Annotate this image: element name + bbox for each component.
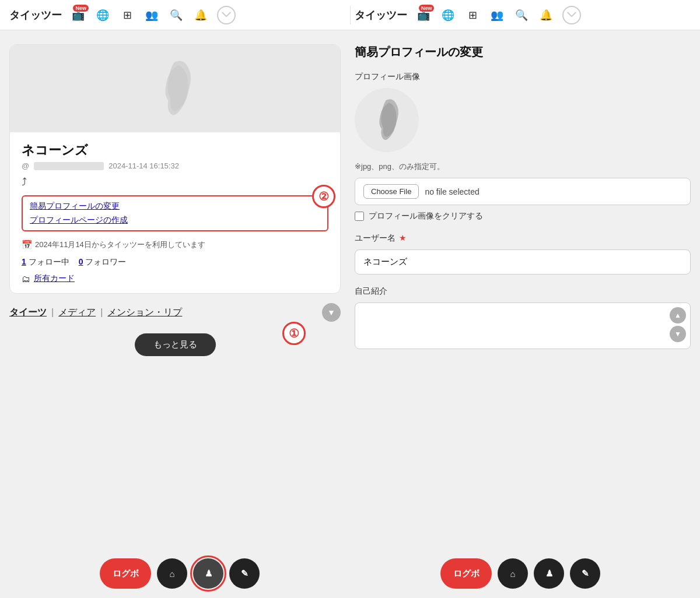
share-icon[interactable]: ⤴ <box>22 176 328 188</box>
left-panel: ネコーンズ @ 2024-11-14 16:15:32 ⤴ 簡易プロフィールの変… <box>9 44 350 540</box>
search-icon-right[interactable]: 🔍 <box>513 7 530 23</box>
more-btn-section: もっと見る ① <box>9 333 341 356</box>
required-marker: ★ <box>399 233 407 242</box>
tab-bar-wrap: タイーツ | メディア | メンション・リプ ▼ <box>9 301 341 324</box>
profile-card: ネコーンズ @ 2024-11-14 16:15:32 ⤴ 簡易プロフィールの変… <box>9 44 341 294</box>
profile-date: 2024-11-14 16:15:32 <box>108 161 179 170</box>
right-panel: 簡易プロフィールの変更 プロフィール画像 ※jpg、png、のみ指定可。 Cho… <box>350 44 691 540</box>
profile-circle-right[interactable] <box>562 6 581 24</box>
new-badge-left: New <box>73 5 89 12</box>
profile-banner <box>10 45 340 132</box>
bio-section: 自己紹介 ▲ ▼ <box>355 286 691 351</box>
tab-taatsu[interactable]: タイーツ <box>9 307 47 319</box>
profile-links-wrap: 簡易プロフィールの変更 プロフィールページの作成 ② <box>22 195 328 240</box>
scroll-arrows: ▲ ▼ <box>670 307 686 342</box>
profile-links: 簡易プロフィールの変更 プロフィールページの作成 <box>22 195 328 231</box>
section-title: 簡易プロフィールの変更 <box>355 44 691 60</box>
profile-name: ネコーンズ <box>22 142 328 159</box>
followers-count[interactable]: 0 <box>79 257 83 266</box>
profile-handle <box>34 162 104 170</box>
people-icon[interactable]: 👥 <box>144 7 160 23</box>
home-button-left[interactable]: ⌂ <box>157 558 187 589</box>
profile-info: ネコーンズ @ 2024-11-14 16:15:32 ⤴ 簡易プロフィールの変… <box>10 132 340 293</box>
navbar-divider <box>350 6 351 24</box>
people-icon-right[interactable]: 👥 <box>489 7 505 23</box>
card-icon: 🗂 <box>22 274 30 284</box>
step2-marker: ② <box>312 185 335 208</box>
main-content: ネコーンズ @ 2024-11-14 16:15:32 ⤴ 簡易プロフィールの変… <box>0 30 700 554</box>
hint-text: ※jpg、png、のみ指定可。 <box>355 161 691 172</box>
logo-left: タイッツー <box>9 8 62 22</box>
new-badge-right: New <box>419 5 435 12</box>
more-button[interactable]: もっと見る <box>135 333 216 356</box>
create-profile-link[interactable]: プロフィールページの作成 <box>30 215 320 226</box>
user-button-left[interactable]: ♟ <box>193 558 223 589</box>
bio-label: 自己紹介 <box>355 286 691 297</box>
file-input-wrap: Choose File no file selected <box>355 178 691 205</box>
profile-handle-row: @ 2024-11-14 16:15:32 <box>22 161 328 170</box>
logo-right: タイッツー <box>355 8 407 22</box>
avatar-preview <box>355 88 691 152</box>
profile-cards-row: 🗂 所有カード <box>22 273 328 284</box>
avatar-circle <box>355 88 419 152</box>
profile-stats: 1 フォロー中 0 フォロワー <box>22 257 328 268</box>
bottom-nav-right: ログボ ⌂ ♟ ✎ <box>350 558 691 589</box>
calendar-icon: 📅 <box>22 240 33 250</box>
globe-icon-right[interactable]: 🌐 <box>440 7 456 23</box>
choose-file-button[interactable]: Choose File <box>363 184 419 199</box>
navbar-left: タイッツー 📺 New 🌐 ⊞ 👥 🔍 🔔 <box>9 6 345 24</box>
edit-button-right[interactable]: ✎ <box>570 558 600 589</box>
tab-mention[interactable]: メンション・リプ <box>107 307 182 319</box>
username-input[interactable] <box>355 249 691 275</box>
username-section: ユーザー名 ★ <box>355 233 691 275</box>
user-button-right[interactable]: ♟ <box>534 558 564 589</box>
following-stat: 1 フォロー中 <box>22 257 69 268</box>
navbar: タイッツー 📺 New 🌐 ⊞ 👥 🔍 🔔 タイッツー 📺 New 🌐 ⊞ 👥 … <box>0 0 700 30</box>
scroll-down-arrow[interactable]: ▼ <box>322 303 341 322</box>
bell-icon-left[interactable]: 🔔 <box>192 7 209 23</box>
logbo-button-left[interactable]: ログボ <box>100 558 151 589</box>
search-icon-left[interactable]: 🔍 <box>168 7 184 23</box>
at-sign: @ <box>22 161 29 170</box>
tv-icon[interactable]: 📺 New <box>70 7 86 23</box>
profile-since: 📅 2024年11月14日からタイッツーを利用しています <box>22 240 328 250</box>
grid-icon[interactable]: ⊞ <box>119 7 135 23</box>
bio-input[interactable] <box>355 302 691 349</box>
tab-media[interactable]: メディア <box>58 307 96 319</box>
bottom-nav: ログボ ⌂ ♟ ✎ ログボ ⌂ ♟ ✎ <box>0 554 700 598</box>
bio-textarea-wrap: ▲ ▼ <box>355 302 691 351</box>
file-name-text: no file selected <box>425 187 479 196</box>
clear-avatar-checkbox[interactable] <box>355 212 364 221</box>
profile-circle-left[interactable] <box>217 6 236 24</box>
home-button-right[interactable]: ⌂ <box>498 558 528 589</box>
edit-profile-link[interactable]: 簡易プロフィールの変更 <box>30 201 320 212</box>
clear-checkbox-row: プロフィール画像をクリアする <box>355 211 691 221</box>
navbar-right: タイッツー 📺 New 🌐 ⊞ 👥 🔍 🔔 <box>355 6 691 24</box>
following-count[interactable]: 1 <box>22 257 26 266</box>
edit-button-left[interactable]: ✎ <box>229 558 260 589</box>
tv-icon-right[interactable]: 📺 New <box>415 7 432 23</box>
scroll-down-arrow-bio[interactable]: ▼ <box>670 326 686 342</box>
username-label: ユーザー名 ★ <box>355 233 691 244</box>
avatar-preview-icon <box>360 94 413 146</box>
clear-avatar-label[interactable]: プロフィール画像をクリアする <box>369 211 483 221</box>
globe-icon[interactable]: 🌐 <box>94 7 111 23</box>
logbo-button-right[interactable]: ログボ <box>440 558 492 589</box>
avatar-section: プロフィール画像 ※jpg、png、のみ指定可。 Choose File no … <box>355 72 691 221</box>
step1-marker: ① <box>282 322 306 345</box>
cards-link[interactable]: 所有カード <box>34 273 75 284</box>
followers-stat: 0 フォロワー <box>79 257 127 268</box>
banner-avatar-icon <box>43 54 307 124</box>
bell-icon-right[interactable]: 🔔 <box>538 7 554 23</box>
bottom-nav-left: ログボ ⌂ ♟ ✎ <box>9 558 350 589</box>
scroll-up-arrow[interactable]: ▲ <box>670 307 686 323</box>
avatar-label: プロフィール画像 <box>355 72 691 82</box>
grid-icon-right[interactable]: ⊞ <box>464 7 481 23</box>
